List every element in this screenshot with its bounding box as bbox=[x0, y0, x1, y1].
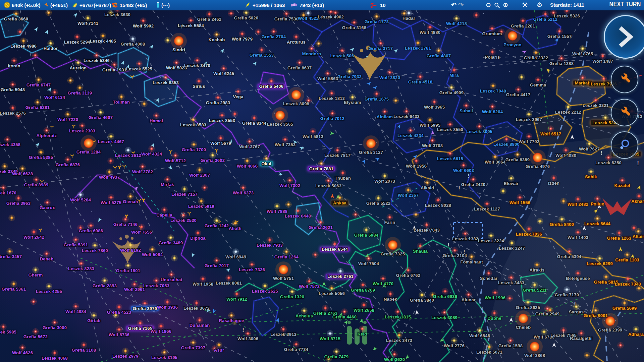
star[interactable] bbox=[435, 47, 442, 54]
star[interactable] bbox=[413, 158, 420, 164]
star[interactable] bbox=[233, 291, 240, 297]
star[interactable] bbox=[504, 28, 521, 44]
star[interactable] bbox=[317, 219, 324, 226]
star[interactable] bbox=[30, 298, 37, 305]
star[interactable] bbox=[107, 10, 114, 17]
star[interactable] bbox=[64, 111, 71, 118]
fleet-ship[interactable] bbox=[168, 165, 174, 171]
star[interactable] bbox=[91, 312, 97, 319]
end-turn-button[interactable] bbox=[604, 15, 644, 59]
star[interactable] bbox=[0, 323, 7, 330]
star[interactable] bbox=[331, 241, 338, 247]
star[interactable] bbox=[153, 277, 160, 284]
ore-resource[interactable]: 15482 (+85) bbox=[111, 0, 147, 10]
star[interactable] bbox=[508, 240, 515, 246]
star[interactable] bbox=[92, 242, 98, 249]
star[interactable] bbox=[315, 40, 322, 47]
star[interactable] bbox=[249, 261, 255, 268]
star[interactable] bbox=[518, 74, 525, 80]
star[interactable] bbox=[550, 175, 557, 181]
star[interactable] bbox=[325, 177, 332, 184]
star[interactable] bbox=[636, 193, 642, 199]
star[interactable] bbox=[140, 17, 147, 24]
star[interactable] bbox=[167, 234, 174, 241]
star[interactable] bbox=[72, 236, 79, 243]
star[interactable] bbox=[78, 260, 85, 267]
star[interactable] bbox=[359, 325, 366, 332]
star[interactable] bbox=[578, 330, 585, 337]
star[interactable] bbox=[213, 257, 220, 264]
fleet-ship[interactable] bbox=[35, 141, 41, 147]
star[interactable] bbox=[72, 303, 79, 310]
star[interactable] bbox=[111, 61, 118, 68]
star[interactable] bbox=[45, 9, 52, 16]
star[interactable] bbox=[136, 60, 143, 67]
star[interactable] bbox=[435, 197, 441, 203]
star[interactable] bbox=[255, 28, 262, 35]
star[interactable] bbox=[187, 17, 194, 24]
star[interactable] bbox=[51, 350, 58, 356]
star[interactable] bbox=[44, 199, 51, 206]
star[interactable] bbox=[213, 31, 220, 38]
star[interactable] bbox=[337, 268, 344, 275]
fleet-ship[interactable] bbox=[44, 28, 50, 35]
star[interactable] bbox=[112, 312, 119, 318]
star[interactable] bbox=[470, 176, 477, 183]
star[interactable] bbox=[334, 147, 341, 154]
star[interactable] bbox=[592, 307, 599, 314]
star[interactable] bbox=[80, 135, 97, 151]
star[interactable] bbox=[11, 57, 17, 64]
fleet-ship[interactable] bbox=[522, 49, 528, 55]
fleet-ship[interactable] bbox=[178, 22, 185, 29]
star[interactable] bbox=[131, 281, 138, 288]
star[interactable] bbox=[106, 169, 113, 175]
star[interactable] bbox=[527, 339, 543, 355]
star[interactable] bbox=[272, 107, 288, 123]
fleet-ship[interactable] bbox=[34, 26, 40, 32]
star[interactable] bbox=[621, 300, 628, 306]
star[interactable] bbox=[558, 55, 565, 62]
star[interactable] bbox=[246, 138, 253, 145]
star[interactable] bbox=[17, 28, 23, 35]
star[interactable] bbox=[503, 136, 510, 142]
star[interactable] bbox=[489, 49, 496, 55]
star[interactable] bbox=[171, 33, 187, 49]
star[interactable] bbox=[565, 104, 572, 110]
star[interactable] bbox=[550, 9, 557, 16]
fleet-ship[interactable] bbox=[133, 185, 140, 191]
star[interactable] bbox=[75, 59, 82, 66]
construction-queue-button-1[interactable] bbox=[611, 66, 638, 93]
star[interactable] bbox=[32, 328, 39, 335]
fleet-ship[interactable] bbox=[220, 47, 226, 54]
star[interactable] bbox=[294, 207, 301, 214]
star[interactable] bbox=[318, 160, 325, 167]
star[interactable] bbox=[624, 251, 631, 258]
star[interactable] bbox=[560, 198, 567, 204]
star[interactable] bbox=[329, 110, 336, 117]
star[interactable] bbox=[100, 33, 106, 39]
star[interactable] bbox=[423, 222, 430, 228]
star[interactable] bbox=[243, 9, 250, 16]
star[interactable] bbox=[195, 230, 201, 236]
star[interactable] bbox=[441, 309, 448, 316]
star[interactable] bbox=[293, 341, 300, 348]
star[interactable] bbox=[274, 203, 280, 209]
star[interactable] bbox=[324, 70, 331, 77]
star[interactable] bbox=[531, 282, 538, 288]
star[interactable] bbox=[387, 291, 394, 297]
fleet-ship[interactable] bbox=[203, 60, 209, 66]
star[interactable] bbox=[447, 150, 453, 157]
star[interactable] bbox=[489, 25, 495, 32]
star[interactable] bbox=[515, 86, 522, 93]
money-resource[interactable]: 640k (+5.0k) bbox=[4, 0, 40, 10]
star[interactable] bbox=[308, 45, 315, 52]
star[interactable] bbox=[43, 127, 50, 134]
star[interactable] bbox=[429, 137, 436, 144]
star[interactable] bbox=[88, 222, 94, 229]
star[interactable] bbox=[228, 312, 235, 319]
redo-button[interactable]: ↷ bbox=[458, 0, 464, 10]
star[interactable] bbox=[173, 59, 180, 66]
fleet-ship[interactable] bbox=[415, 310, 419, 315]
star[interactable] bbox=[196, 317, 203, 323]
star[interactable] bbox=[564, 286, 570, 293]
